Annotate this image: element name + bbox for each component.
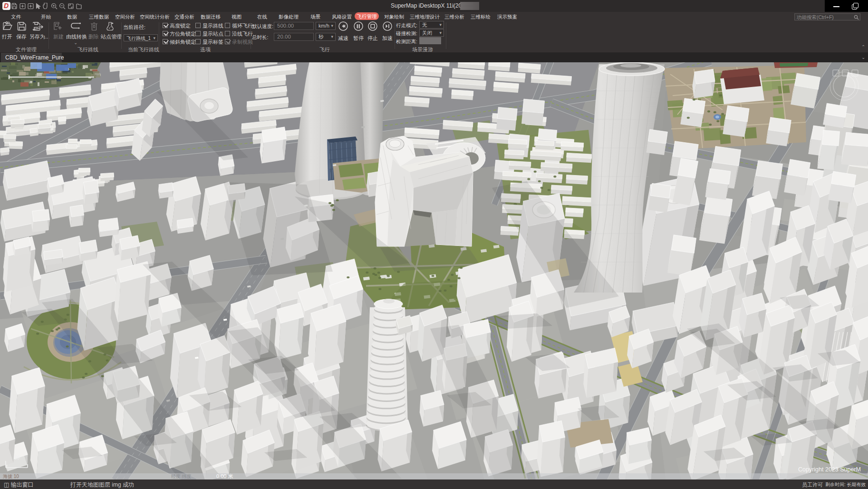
svg-text:0.00 米: 0.00 米 [216, 473, 233, 479]
svg-text:经度 纬度: 经度 纬度 [171, 474, 192, 479]
svg-text:50: 50 [14, 455, 20, 460]
svg-text:Copyright 2023 SuperM: Copyright 2023 SuperM [798, 466, 861, 473]
svg-text:海拔 10: 海拔 10 [3, 474, 19, 479]
